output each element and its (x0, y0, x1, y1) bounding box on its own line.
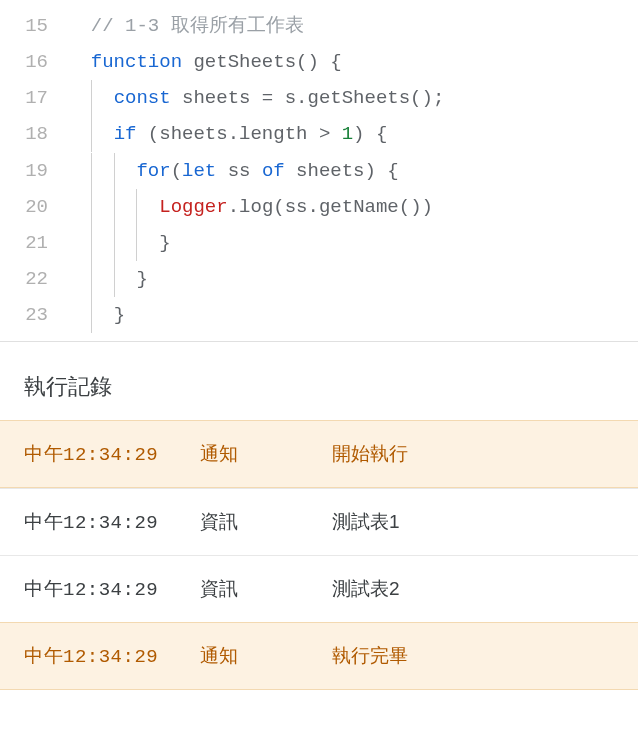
indent-guide (136, 189, 137, 225)
code-line[interactable]: 20 Logger.log(ss.getName()) (0, 189, 638, 225)
code-token: let (182, 160, 216, 182)
code-token: for (136, 160, 170, 182)
execution-log-table: 中午12:34:29通知開始執行中午12:34:29資訊測試表1中午12:34:… (0, 420, 638, 690)
log-timestamp: 中午12:34:29 (24, 509, 200, 535)
code-token (182, 51, 193, 73)
code-line[interactable]: 16 function getSheets() { (0, 44, 638, 80)
log-type: 通知 (200, 643, 332, 669)
code-token: (); (410, 87, 444, 109)
code-token: ss (216, 160, 262, 182)
log-message: 執行完畢 (332, 643, 614, 669)
indent-guide (114, 153, 115, 189)
code-token: getName (319, 196, 399, 218)
line-number: 18 (0, 116, 68, 152)
code-content[interactable]: } (68, 297, 638, 333)
indent-guide (91, 225, 92, 261)
code-content[interactable]: // 1-3 取得所有工作表 (68, 8, 638, 44)
code-token: = (262, 87, 273, 109)
log-type: 資訊 (200, 509, 332, 535)
code-token: () { (296, 51, 342, 73)
log-row: 中午12:34:29通知開始執行 (0, 420, 638, 488)
code-token: const (114, 87, 171, 109)
indent-guide (91, 261, 92, 297)
log-row: 中午12:34:29通知執行完畢 (0, 622, 638, 690)
code-token: sheets (285, 160, 365, 182)
code-token (307, 123, 318, 145)
code-token: length (239, 123, 307, 145)
line-number: 17 (0, 80, 68, 116)
code-token: log (239, 196, 273, 218)
code-token: getSheets (307, 87, 410, 109)
code-token: } (114, 304, 125, 326)
log-timestamp: 中午12:34:29 (24, 643, 200, 669)
indent-guide (91, 297, 92, 333)
line-number: 16 (0, 44, 68, 80)
code-token: ( (171, 160, 182, 182)
code-line[interactable]: 19 for(let ss of sheets) { (0, 153, 638, 189)
log-type: 資訊 (200, 576, 332, 602)
code-content[interactable]: function getSheets() { (68, 44, 638, 80)
code-token: ) { (353, 123, 387, 145)
indent-guide (114, 261, 115, 297)
code-line[interactable]: 21 } (0, 225, 638, 261)
code-content[interactable]: } (68, 225, 638, 261)
code-token: // 1-3 取得所有工作表 (91, 15, 304, 37)
code-token: ss. (285, 196, 319, 218)
code-token: } (159, 232, 170, 254)
indent-guide (114, 225, 115, 261)
line-number: 22 (0, 261, 68, 297)
code-content[interactable]: } (68, 261, 638, 297)
line-number: 19 (0, 153, 68, 189)
code-token: ( (273, 196, 284, 218)
line-number: 15 (0, 8, 68, 44)
code-line[interactable]: 18 if (sheets.length > 1) { (0, 116, 638, 152)
line-number: 21 (0, 225, 68, 261)
code-token (330, 123, 341, 145)
indent-guide (114, 189, 115, 225)
code-token: Logger (159, 196, 227, 218)
code-token: sheets (171, 87, 262, 109)
code-token: > (319, 123, 330, 145)
log-timestamp: 中午12:34:29 (24, 576, 200, 602)
log-timestamp: 中午12:34:29 (24, 441, 200, 467)
code-content[interactable]: for(let ss of sheets) { (68, 153, 638, 189)
code-token: } (136, 268, 147, 290)
log-row: 中午12:34:29資訊測試表2 (0, 555, 638, 622)
log-type: 通知 (200, 441, 332, 467)
log-row: 中午12:34:29資訊測試表1 (0, 488, 638, 555)
code-token: if (114, 123, 137, 145)
code-content[interactable]: if (sheets.length > 1) { (68, 116, 638, 152)
code-content[interactable]: Logger.log(ss.getName()) (68, 189, 638, 225)
line-number: 20 (0, 189, 68, 225)
indent-guide (91, 116, 92, 152)
code-token: s. (273, 87, 307, 109)
code-token: function (91, 51, 182, 73)
code-token: ) { (365, 160, 399, 182)
code-content[interactable]: const sheets = s.getSheets(); (68, 80, 638, 116)
code-token: . (228, 196, 239, 218)
code-token: (sheets. (136, 123, 239, 145)
code-line[interactable]: 22 } (0, 261, 638, 297)
code-token: getSheets (193, 51, 296, 73)
code-editor[interactable]: 15 // 1-3 取得所有工作表16 function getSheets()… (0, 0, 638, 341)
code-token: ()) (399, 196, 433, 218)
code-token: 1 (342, 123, 353, 145)
line-number: 23 (0, 297, 68, 333)
execution-log-title: 執行記錄 (0, 341, 638, 420)
log-message: 測試表2 (332, 576, 614, 602)
indent-guide (91, 80, 92, 116)
log-message: 測試表1 (332, 509, 614, 535)
indent-guide (136, 225, 137, 261)
indent-guide (91, 153, 92, 189)
indent-guide (91, 189, 92, 225)
code-line[interactable]: 23 } (0, 297, 638, 333)
code-token: of (262, 160, 285, 182)
log-message: 開始執行 (332, 441, 614, 467)
code-line[interactable]: 15 // 1-3 取得所有工作表 (0, 8, 638, 44)
code-line[interactable]: 17 const sheets = s.getSheets(); (0, 80, 638, 116)
